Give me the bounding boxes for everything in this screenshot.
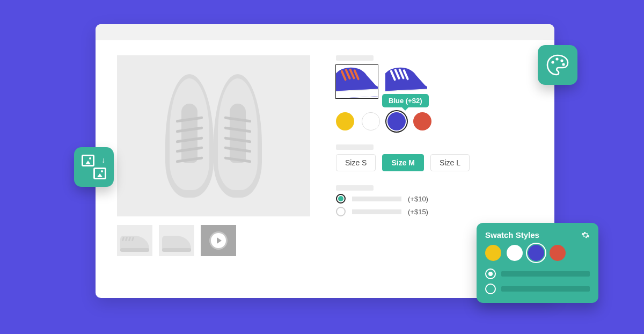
addon-row-1: (+$15) (336, 207, 533, 216)
size-button-1[interactable]: Size M (382, 154, 424, 171)
size-button-2[interactable]: Size L (430, 154, 470, 171)
svg-point-0 (551, 61, 554, 63)
palette-icon (546, 53, 569, 77)
panel-style-bar-1 (501, 286, 590, 292)
panel-style-radio-1[interactable] (485, 284, 496, 294)
size-label-placeholder (336, 144, 374, 150)
panel-swatch-blue[interactable] (528, 245, 544, 261)
gallery-thumbnails (117, 225, 310, 256)
swatch-panel-color-row (485, 245, 590, 261)
panel-style-bar-0 (501, 271, 590, 277)
palette-badge[interactable] (538, 45, 577, 85)
color-swatch-blue[interactable] (387, 112, 406, 130)
panel-style-radio-0[interactable] (485, 268, 496, 279)
gallery-thumb-2[interactable] (159, 225, 194, 256)
shoe-illustration-left (165, 74, 214, 198)
color-tooltip-label: Blue (+$2) (389, 97, 422, 105)
addon-radio-0[interactable] (336, 194, 346, 204)
variant-thumb-blue-orange[interactable] (336, 65, 378, 98)
product-gallery (117, 55, 310, 283)
svg-point-2 (560, 59, 563, 62)
size-button-0[interactable]: Size S (336, 154, 376, 171)
panel-style-row-1 (485, 284, 590, 294)
addon-label-placeholder (352, 197, 401, 201)
variant-label-placeholder (336, 55, 374, 61)
image-swap-icon: ↓ (82, 155, 106, 179)
play-icon (211, 233, 226, 248)
variant-thumbnails (336, 65, 533, 98)
svg-point-3 (562, 63, 565, 66)
color-swatch-red[interactable] (413, 112, 431, 130)
swatch-panel-style-options (485, 268, 590, 294)
addon-radio-1[interactable] (336, 207, 346, 216)
product-main-image[interactable] (117, 55, 310, 216)
gallery-thumb-video[interactable] (201, 225, 236, 256)
image-switch-badge[interactable]: ↓ (74, 147, 114, 187)
panel-swatch-yellow[interactable] (485, 245, 501, 261)
svg-point-1 (555, 57, 558, 60)
color-swatch-row (336, 112, 533, 130)
addon-options: (+$10)(+$15) (336, 194, 533, 216)
color-swatch-white[interactable] (362, 112, 380, 130)
addon-label-placeholder (336, 185, 374, 191)
panel-style-row-0 (485, 268, 590, 279)
panel-swatch-red[interactable] (550, 245, 566, 261)
window-titlebar (96, 24, 554, 40)
size-options-row: Size SSize MSize L (336, 154, 533, 171)
addon-label-placeholder (352, 209, 401, 214)
swatch-panel-title: Swatch Styles (485, 230, 539, 239)
color-swatch-yellow[interactable] (336, 112, 354, 130)
gear-icon[interactable] (581, 231, 590, 239)
color-tooltip: Blue (+$2) (382, 94, 429, 107)
gallery-thumb-1[interactable] (117, 225, 152, 256)
swatch-styles-panel: Swatch Styles (477, 223, 598, 303)
addon-price-1: (+$15) (408, 208, 428, 216)
addon-row-0: (+$10) (336, 194, 533, 204)
addon-price-0: (+$10) (408, 195, 428, 203)
panel-swatch-white[interactable] (507, 245, 523, 261)
variant-thumb-blue-white[interactable] (385, 65, 427, 98)
shoe-illustration-right (214, 74, 262, 198)
